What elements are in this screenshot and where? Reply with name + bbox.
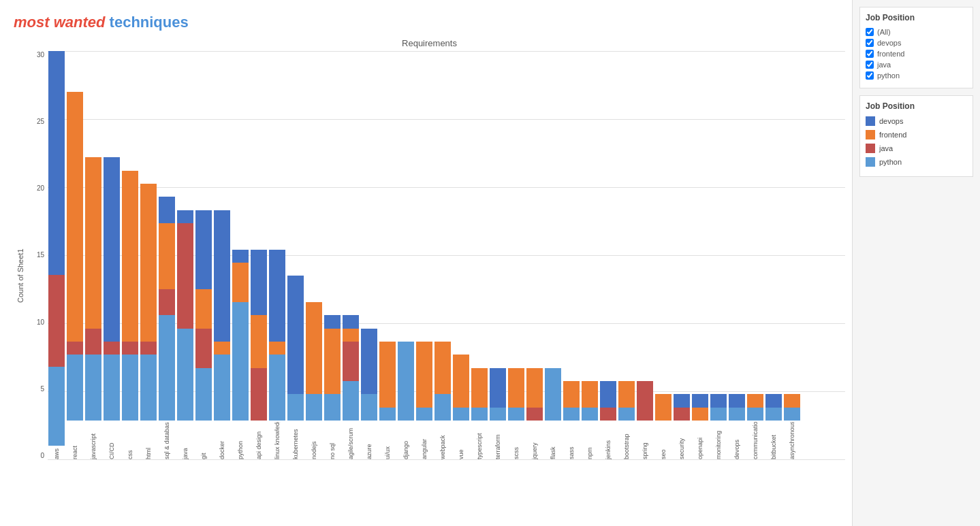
filter-section-title: Job Position [866, 13, 967, 22]
bar-holder [306, 302, 322, 421]
bar-label: sass [568, 422, 575, 459]
filter-checkbox[interactable] [866, 71, 874, 80]
bar-label: bootstrap [623, 422, 630, 459]
bar-group: monitoring [710, 51, 727, 459]
bar-label: python [237, 422, 244, 459]
bar-label: terraform [494, 422, 501, 459]
bar-segment-devops [674, 394, 690, 407]
legend-color-box [866, 144, 875, 153]
bar-group: python [232, 51, 249, 459]
bar-segment-frontend [582, 381, 598, 408]
bar-label: npm [586, 422, 593, 459]
bar-segment-java [600, 408, 616, 421]
bar-group: typescript [471, 51, 488, 459]
bar-label: jquery [531, 422, 538, 459]
bar-label: no sql [329, 422, 336, 459]
bar-segment-python [618, 408, 635, 421]
bar-holder [563, 381, 580, 421]
y-tick: 25 [37, 118, 44, 125]
filter-item[interactable]: (All) [866, 28, 967, 36]
chart-area: Count of Sheet1 302520151050 awsreactjav… [14, 51, 845, 500]
filter-item[interactable]: python [866, 71, 967, 80]
page-title: most wanted techniques [14, 14, 845, 31]
bars-area[interactable]: awsreactjavascriptCI/CDcsshtmlsql & data… [48, 51, 845, 500]
filter-section: Job Position (All)devopsfrontendjavapyth… [859, 7, 973, 88]
bar-segment-java [195, 329, 212, 368]
bar-segment-frontend [343, 329, 359, 342]
bar-segment-frontend [232, 263, 249, 302]
bar-segment-devops [490, 368, 506, 408]
bar-segment-frontend [618, 381, 635, 408]
bar-segment-frontend [416, 342, 432, 408]
bar-segment-python [710, 408, 727, 421]
bar-segment-python [471, 408, 488, 421]
bar-segment-devops [269, 250, 285, 342]
bar-label: sql & database [163, 422, 170, 459]
bar-label: jenkins [605, 422, 612, 459]
bar-label: css [127, 422, 133, 459]
bar-holder [471, 368, 488, 421]
title-part2: techniques [110, 14, 189, 31]
legend-label: java [879, 144, 893, 152]
bar-label: react [72, 422, 78, 459]
filter-item[interactable]: devops [866, 39, 967, 47]
bar-holder [545, 368, 561, 421]
filter-checkbox[interactable] [866, 39, 874, 47]
bar-group: kubernetes [287, 51, 304, 459]
bar-holder [582, 381, 598, 421]
bar-segment-python [140, 355, 157, 421]
bar-group: linux knowledge [268, 51, 286, 459]
bar-segment-python [324, 394, 341, 421]
y-tick: 15 [37, 251, 44, 259]
bar-label: asynchronous programmi... [789, 422, 795, 459]
bar-segment-frontend [379, 342, 396, 408]
bar-segment-frontend [195, 289, 212, 329]
bar-segment-frontend [85, 157, 101, 328]
legend-item: devops [866, 116, 967, 126]
bar-holder [159, 197, 175, 421]
filter-label: frontend [877, 50, 904, 58]
filter-checkbox[interactable] [866, 28, 874, 36]
bar-holder [287, 276, 304, 421]
bar-label: webpack [439, 422, 446, 459]
bar-group: sql & database [158, 51, 176, 459]
bar-label: seo [660, 422, 667, 459]
filter-item[interactable]: frontend [866, 50, 967, 58]
filter-label: devops [877, 39, 901, 47]
bar-segment-devops [710, 394, 727, 407]
bar-segment-frontend [159, 223, 175, 289]
bar-segment-devops [104, 157, 120, 342]
bar-segment-java [343, 342, 359, 381]
bar-segment-python [122, 355, 138, 421]
bar-segment-python [545, 368, 561, 421]
bar-label: communication [752, 422, 759, 459]
bar-segment-python [398, 342, 414, 421]
filter-checkbox[interactable] [866, 50, 874, 58]
bar-label: azure [366, 422, 373, 459]
bar-holder [361, 329, 377, 421]
bar-group: npm [581, 51, 599, 459]
bar-segment-python [159, 315, 175, 421]
bar-segment-python [269, 355, 285, 421]
bar-holder [85, 157, 101, 421]
bar-holder [692, 394, 708, 421]
bar-holder [729, 394, 745, 421]
bar-holder [177, 210, 193, 421]
bar-label: docker [219, 422, 225, 459]
bar-segment-java [140, 342, 157, 355]
bar-label: git [200, 422, 207, 459]
bar-group: sass [563, 51, 580, 459]
filter-checkbox[interactable] [866, 61, 874, 69]
bar-segment-devops [765, 394, 782, 407]
bar-label: java [182, 422, 189, 459]
legend-color-box [866, 116, 875, 126]
bar-segment-java [674, 408, 690, 421]
y-tick: 10 [37, 318, 44, 326]
bar-group: javascript [84, 51, 102, 459]
bar-holder [67, 92, 83, 421]
bar-group: devops [728, 51, 746, 459]
filter-item[interactable]: java [866, 61, 967, 69]
bar-segment-python [490, 408, 506, 421]
bar-group: api design [250, 51, 268, 459]
chart-container: Requirements Count of Sheet1 30252015105… [14, 38, 845, 526]
